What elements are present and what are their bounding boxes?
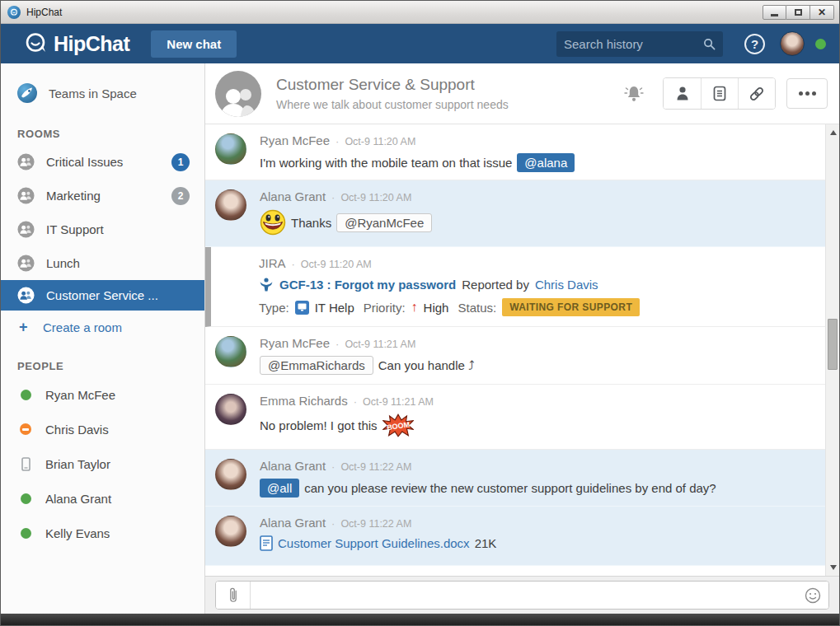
current-user-avatar[interactable] (780, 31, 805, 56)
avatar[interactable] (215, 133, 246, 165)
sidebar-person-alana[interactable]: Alana Grant (1, 481, 204, 516)
room-avatar (215, 71, 261, 117)
team-rocket-icon (17, 83, 37, 103)
chat-header: Customer Service & Support Where we talk… (205, 63, 839, 124)
mention-chip[interactable]: @EmmaRichards (260, 356, 373, 375)
window-title: HipChat (26, 7, 62, 18)
hipchat-window: HipChat ✕ HipChat New chat ? (0, 0, 840, 626)
close-button[interactable]: ✕ (810, 5, 834, 20)
room-label: IT Support (46, 222, 190, 236)
avatar[interactable] (215, 189, 246, 221)
available-status-icon (21, 493, 31, 504)
available-status-icon (21, 528, 31, 539)
plus-icon: + (19, 319, 35, 336)
person-name: Chris Davis (45, 423, 190, 437)
sidebar-room-customer-service[interactable]: Customer Service ... (1, 280, 204, 311)
message-text: I'm working with the mobile team on that… (260, 156, 512, 170)
emoticon-picker-icon[interactable] (797, 582, 828, 609)
sidebar-room-marketing[interactable]: Marketing 2 (1, 179, 204, 213)
notifications-bell-icon[interactable] (623, 83, 645, 104)
message-alana-1120: Alana Grant · Oct-9 11:20 AM (205, 180, 839, 247)
attach-file-button[interactable] (216, 582, 251, 609)
message-alana-1122-all: Alana Grant · Oct-9 11:22 AM @all can yo… (205, 450, 839, 507)
search-icon[interactable] (703, 38, 716, 50)
presence-status-dot[interactable] (815, 39, 826, 49)
avatar[interactable] (215, 336, 246, 367)
search-history-box (556, 31, 723, 57)
message-composer (205, 576, 839, 614)
sender-name[interactable]: Ryan McFee (260, 133, 330, 147)
sidebar-person-ryan[interactable]: Ryan McFee (1, 377, 204, 412)
available-status-icon (21, 390, 31, 400)
links-icon[interactable] (738, 78, 775, 109)
person-name: Alana Grant (45, 492, 190, 506)
mention-chip[interactable]: @all (260, 479, 299, 498)
sidebar-room-lunch[interactable]: Lunch (1, 246, 204, 280)
message-text: No problem! I got this (260, 418, 378, 432)
new-chat-button[interactable]: New chat (151, 30, 237, 58)
room-icon (17, 255, 35, 272)
message-list: Ryan McFee · Oct-9 11:20 AM I'm working … (205, 124, 839, 576)
sidebar-person-brian[interactable]: Brian Taylor (1, 446, 204, 481)
sidebar-person-kelly[interactable]: Kelly Evans (1, 516, 204, 550)
messages-scrollbar[interactable] (825, 124, 839, 576)
room-label: Critical Issues (46, 155, 171, 169)
sender-name[interactable]: Alana Grant (260, 516, 326, 530)
boom-emoji: BOOM (382, 413, 414, 437)
sidebar-person-chris[interactable]: Chris Davis (1, 412, 204, 446)
scroll-down-arrow[interactable] (826, 561, 839, 574)
search-input[interactable] (564, 37, 703, 51)
window-bottom-border (1, 614, 839, 625)
avatar[interactable] (215, 516, 246, 547)
scroll-up-arrow[interactable] (826, 126, 839, 139)
window-titlebar: HipChat ✕ (1, 1, 839, 24)
room-icon (17, 221, 35, 238)
message-alana-1122-file: Alana Grant · Oct-9 11:22 AM Customer Su… (205, 507, 839, 566)
person-name: Ryan McFee (45, 388, 190, 402)
sender-name[interactable]: Alana Grant (260, 189, 326, 203)
hipchat-logo-icon (24, 31, 49, 56)
message-ryan-1121: Ryan McFee · Oct-9 11:21 AM @EmmaRichard… (205, 327, 839, 385)
scrollbar-thumb[interactable] (828, 319, 838, 370)
message-text: Can you handle ⤴ (378, 358, 475, 372)
message-text: Thanks (291, 216, 331, 230)
avatar[interactable] (215, 459, 246, 490)
avatar[interactable] (215, 394, 246, 425)
hipchat-logo: HipChat (24, 31, 129, 56)
sender-name[interactable]: Ryan McFee (260, 336, 330, 350)
top-navbar: HipChat New chat ? (1, 24, 839, 63)
help-icon[interactable]: ? (744, 34, 765, 54)
sidebar-item-team[interactable]: Teams in Space (1, 75, 204, 111)
message-input[interactable] (251, 588, 797, 602)
files-icon[interactable] (701, 78, 738, 109)
room-icon (17, 153, 35, 171)
person-name: Brian Taylor (45, 457, 190, 471)
sender-name[interactable]: Emma Richards (260, 394, 348, 408)
issue-type-icon (295, 301, 309, 315)
sidebar-room-critical-issues[interactable]: Critical Issues 1 (1, 145, 204, 179)
status-badge: WAITING FOR SUPPORT (502, 298, 640, 316)
file-attachment-link[interactable]: Customer Support Guidelines.docx (278, 536, 470, 550)
sender-name[interactable]: Alana Grant (260, 459, 326, 473)
message-jira-integration: JIRA · Oct-9 11:20 AM GCF-13 : Forgot my… (205, 247, 839, 327)
reporter-link[interactable]: Chris Davis (535, 278, 598, 292)
timestamp: Oct-9 11:20 AM (345, 136, 415, 147)
mention-chip[interactable]: @alana (517, 153, 575, 172)
room-label: Marketing (46, 189, 171, 203)
message-text: can you please review the new customer s… (304, 481, 716, 495)
sidebar-room-it-support[interactable]: IT Support (1, 213, 204, 246)
maximize-button[interactable] (786, 5, 810, 20)
mobile-status-icon (21, 457, 31, 471)
jira-issue-link[interactable]: GCF-13 : Forgot my password (279, 278, 456, 292)
create-room-button[interactable]: + Create a room (1, 311, 204, 343)
more-options-icon[interactable] (786, 78, 828, 109)
room-icon (17, 287, 35, 304)
timestamp: Oct-9 11:21 AM (345, 339, 415, 350)
room-toolbar (663, 77, 776, 110)
mention-chip[interactable]: @RyanMcFee (336, 213, 432, 232)
room-topic[interactable]: Where we talk about customer support nee… (276, 98, 509, 111)
hipchat-app-icon (7, 6, 21, 19)
message-emma-1121: Emma Richards · Oct-9 11:21 AM No proble… (205, 385, 839, 450)
roster-people-icon[interactable] (664, 78, 701, 109)
minimize-button[interactable] (763, 5, 786, 20)
